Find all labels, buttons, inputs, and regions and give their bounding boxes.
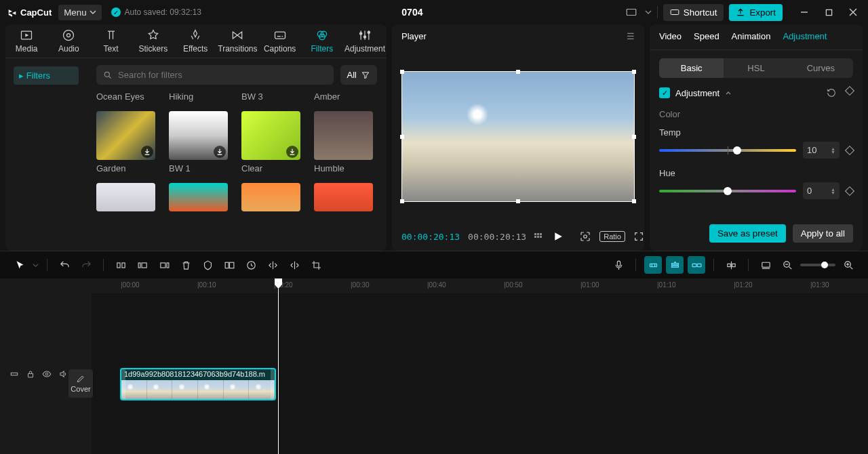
filter-thumb[interactable] <box>241 183 304 211</box>
close-icon[interactable] <box>845 4 861 20</box>
mic-icon[interactable] <box>610 256 627 274</box>
save-preset-button[interactable]: Save as preset <box>709 224 786 243</box>
apply-all-button[interactable]: Apply to all <box>793 224 853 243</box>
subtab-hsl[interactable]: HSL <box>724 58 788 78</box>
freeze-icon[interactable] <box>220 256 238 274</box>
mark-icon[interactable] <box>199 256 216 274</box>
cover-button[interactable]: Cover <box>68 369 93 398</box>
tab-adjustment[interactable]: Adjustment <box>343 24 387 58</box>
filter-thumb[interactable] <box>96 183 159 211</box>
subtab-basic[interactable]: Basic <box>659 58 724 78</box>
filter-thumb[interactable]: Clear <box>241 111 304 173</box>
svg-point-21 <box>368 31 370 33</box>
tab-captions[interactable]: Captions <box>259 24 301 58</box>
tab-audio[interactable]: Audio <box>47 24 90 58</box>
hue-slider[interactable] <box>659 190 796 192</box>
chevron-down-icon[interactable] <box>645 9 652 16</box>
scale-icon[interactable] <box>579 230 591 243</box>
preview-render-icon[interactable] <box>757 256 774 274</box>
keyframe-icon[interactable] <box>845 186 854 195</box>
filter-categories: ▸ Filters <box>5 58 87 251</box>
download-icon[interactable] <box>286 146 298 158</box>
rotate-icon[interactable] <box>285 256 303 274</box>
menu-button[interactable]: Menu <box>58 5 101 20</box>
zoom-slider[interactable] <box>800 264 835 266</box>
undo-icon[interactable] <box>56 256 73 274</box>
zoom-in-icon[interactable] <box>840 256 857 274</box>
player-panel: Player ☰ 00:00:20:13 00:00:20:13 Ratio <box>392 24 644 251</box>
adjustment-toggle[interactable]: ✓ <box>659 87 670 98</box>
maximize-icon[interactable] <box>821 4 837 20</box>
hue-value[interactable]: 0▲▼ <box>803 182 840 199</box>
select-tool-icon[interactable] <box>11 256 28 274</box>
ratio-button[interactable]: Ratio <box>599 231 625 242</box>
frame-view-icon[interactable] <box>534 232 545 241</box>
inspector-tab-speed[interactable]: Speed <box>694 31 719 43</box>
eye-icon[interactable] <box>42 369 52 379</box>
split-icon[interactable] <box>112 256 130 274</box>
aspect-icon[interactable] <box>623 4 639 20</box>
player-title: Player <box>401 31 427 41</box>
play-button[interactable] <box>553 232 563 241</box>
filter-thumb[interactable]: Garden <box>96 111 159 173</box>
filter-grid: Ocean Eyes Hiking BW 3 Amber Garden BW 1… <box>87 91 387 211</box>
temp-slider[interactable] <box>659 149 796 152</box>
keyframe-icon[interactable] <box>845 86 854 96</box>
mirror-icon[interactable] <box>264 256 281 274</box>
redo-icon[interactable] <box>77 256 95 274</box>
search-input[interactable] <box>96 65 334 85</box>
video-clip[interactable]: 1d99a992b80818123467063b9d74b188.m <box>120 368 276 400</box>
split-left-icon[interactable] <box>134 256 151 274</box>
collapse-track-icon[interactable] <box>9 369 19 379</box>
export-button[interactable]: Export <box>729 4 783 21</box>
keyframe-icon[interactable] <box>845 145 854 154</box>
tab-stickers[interactable]: Stickers <box>132 24 174 58</box>
minimize-icon[interactable] <box>796 4 812 20</box>
shortcut-button[interactable]: Shortcut <box>663 4 724 21</box>
filter-thumb[interactable] <box>314 183 377 211</box>
inspector-tab-video[interactable]: Video <box>659 31 682 43</box>
tab-transitions[interactable]: Transitions <box>216 24 258 58</box>
temp-value[interactable]: 10▲▼ <box>803 142 840 159</box>
delete-icon[interactable] <box>177 256 195 274</box>
tab-text[interactable]: Text <box>90 24 132 58</box>
reset-icon[interactable] <box>826 87 837 98</box>
tab-effects[interactable]: Effects <box>174 24 216 58</box>
svg-rect-28 <box>540 233 542 235</box>
inspector-tab-animation[interactable]: Animation <box>732 31 771 43</box>
all-filter-button[interactable]: All <box>340 65 377 85</box>
chevron-down-icon[interactable] <box>33 262 39 268</box>
svg-rect-46 <box>671 266 678 267</box>
preview-viewport[interactable] <box>401 71 635 203</box>
filter-cat-filters[interactable]: ▸ Filters <box>14 66 79 85</box>
magnet-main-icon[interactable] <box>644 256 662 274</box>
clip-handle-right[interactable] <box>271 369 275 399</box>
filter-thumb[interactable]: Humble <box>314 111 377 173</box>
svg-rect-41 <box>617 261 620 266</box>
collapse-icon[interactable] <box>725 89 732 96</box>
clip-handle-left[interactable] <box>121 369 125 399</box>
subtab-curves[interactable]: Curves <box>789 58 853 78</box>
magnet-track-icon[interactable] <box>666 256 684 274</box>
zoom-out-icon[interactable] <box>778 256 796 274</box>
reverse-icon[interactable] <box>242 256 260 274</box>
fullscreen-icon[interactable] <box>633 231 644 242</box>
filter-thumb[interactable]: BW 1 <box>169 111 232 173</box>
timeline-ruler[interactable]: |00:00 |00:10 |00:20 |00:30 |00:40 |00:5… <box>121 278 868 293</box>
inspector-tab-adjustment[interactable]: Adjustment <box>783 31 827 43</box>
library-panel: Media Audio Text Stickers Effects Transi… <box>5 24 387 251</box>
player-menu-icon[interactable]: ☰ <box>627 31 635 41</box>
timeline-tracks[interactable]: Cover 1d99a992b80818123467063b9d74b188.m <box>92 293 868 454</box>
crop-icon[interactable] <box>307 256 325 274</box>
split-right-icon[interactable] <box>155 256 173 274</box>
download-icon[interactable] <box>214 146 226 158</box>
magnet-link-icon[interactable] <box>688 256 705 274</box>
mute-icon[interactable] <box>58 369 68 379</box>
tab-media[interactable]: Media <box>5 24 47 58</box>
lock-icon[interactable] <box>26 369 35 379</box>
download-icon[interactable] <box>141 146 153 158</box>
svg-rect-45 <box>671 263 678 264</box>
tab-filters[interactable]: Filters <box>301 24 343 58</box>
align-icon[interactable] <box>722 256 740 274</box>
filter-thumb[interactable] <box>169 183 232 211</box>
